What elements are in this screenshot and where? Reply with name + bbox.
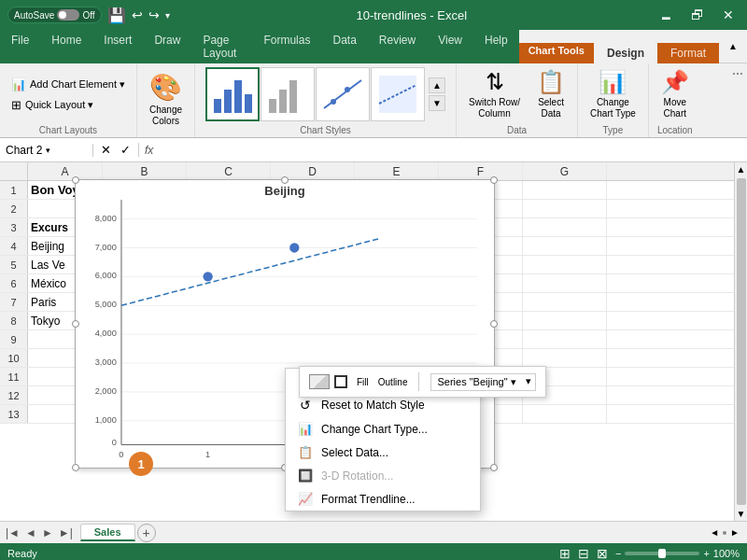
- zoom-slider-thumb[interactable]: [658, 549, 666, 558]
- customize-qat-btn[interactable]: ▾: [165, 10, 170, 21]
- minimize-btn[interactable]: 🗕: [654, 7, 678, 22]
- switch-row-col-btn[interactable]: ⇅ Switch Row/Column: [464, 66, 525, 122]
- formula-input[interactable]: [159, 144, 747, 157]
- cell-g4[interactable]: [523, 237, 607, 255]
- scroll-left-btn[interactable]: ◄: [710, 527, 719, 538]
- chart-style-2[interactable]: [261, 67, 315, 121]
- row-num-8: 8: [0, 312, 28, 329]
- autosave-toggle[interactable]: AutoSave Off: [7, 7, 102, 23]
- save-icon[interactable]: 💾: [107, 7, 126, 24]
- sheet-nav-prev[interactable]: ◄: [23, 526, 38, 539]
- resize-handle-tr[interactable]: [490, 176, 498, 184]
- restore-btn[interactable]: 🗗: [685, 7, 710, 22]
- add-chart-element-btn[interactable]: 📊 Add Chart Element ▾: [7, 76, 129, 93]
- col-header-a[interactable]: A: [28, 162, 103, 180]
- tab-data[interactable]: Data: [321, 30, 367, 63]
- col-header-b[interactable]: B: [103, 162, 187, 180]
- page-layout-view-btn[interactable]: ⊟: [578, 546, 589, 560]
- cell-g1[interactable]: [523, 181, 607, 199]
- resize-handle-br[interactable]: [490, 464, 498, 471]
- ribbon-group-change-colors: 🎨 ChangeColors: [137, 63, 195, 137]
- tab-file[interactable]: File: [0, 30, 40, 63]
- cell-g6[interactable]: [523, 274, 607, 292]
- styles-scroll-down[interactable]: ▼: [429, 95, 445, 111]
- scroll-down-btn[interactable]: ▼: [735, 507, 747, 521]
- change-chart-type-label: ChangeChart Type: [590, 97, 636, 119]
- col-header-g[interactable]: G: [523, 162, 607, 180]
- trendline[interactable]: [121, 238, 381, 305]
- tab-draw[interactable]: Draw: [143, 30, 191, 63]
- change-colors-btn[interactable]: 🎨 ChangeColors: [145, 69, 187, 130]
- tab-review[interactable]: Review: [368, 30, 427, 63]
- cell-g5[interactable]: [523, 256, 607, 273]
- cell-g2[interactable]: [523, 200, 607, 217]
- ribbon-options-btn[interactable]: ⋯: [732, 67, 743, 80]
- col-header-c[interactable]: C: [187, 162, 271, 180]
- cell-g13[interactable]: [523, 405, 607, 423]
- data-point-1[interactable]: [203, 272, 212, 281]
- change-chart-type-btn[interactable]: 📊 ChangeChart Type: [585, 66, 641, 122]
- ribbon-collapse-btn[interactable]: ▲: [728, 41, 738, 51]
- close-btn[interactable]: ✕: [717, 7, 740, 22]
- fill-btn[interactable]: Fill: [357, 377, 369, 387]
- chart-style-3[interactable]: [316, 67, 370, 121]
- formula-bar: Chart 2 ▾ ✕ ✓ fx: [0, 138, 747, 162]
- context-menu-select-data[interactable]: 📋 Select Data...: [286, 441, 480, 464]
- tab-format[interactable]: Format: [657, 43, 719, 63]
- tab-insert[interactable]: Insert: [92, 30, 143, 63]
- chart-style-4[interactable]: [371, 67, 425, 121]
- page-break-view-btn[interactable]: ⊠: [597, 546, 608, 560]
- name-box-dropdown[interactable]: ▾: [46, 146, 50, 155]
- resize-handle-tc[interactable]: [281, 176, 289, 184]
- formula-cancel-btn[interactable]: ✕: [97, 143, 115, 157]
- zoom-in-btn[interactable]: +: [703, 548, 709, 559]
- chart-layouts-label: Chart Layouts: [39, 125, 97, 135]
- scroll-right-btn[interactable]: ►: [730, 527, 740, 538]
- context-menu-format-trendline[interactable]: 📈 Format Trendline...: [286, 487, 480, 511]
- cell-g7[interactable]: [523, 293, 607, 311]
- normal-view-btn[interactable]: ⊞: [559, 546, 571, 560]
- cell-g3[interactable]: [523, 218, 607, 236]
- scroll-up-btn[interactable]: ▲: [735, 162, 747, 176]
- redo-btn[interactable]: ↪: [148, 7, 160, 22]
- zoom-out-btn[interactable]: −: [615, 548, 621, 559]
- svg-text:7,000: 7,000: [95, 243, 117, 252]
- context-menu-change-chart-type[interactable]: 📊 Change Chart Type...: [286, 417, 480, 441]
- tab-view[interactable]: View: [427, 30, 473, 63]
- select-data-btn[interactable]: 📋 SelectData: [532, 66, 570, 122]
- tab-help[interactable]: Help: [473, 30, 519, 63]
- sheet-nav-first[interactable]: |◄: [4, 526, 21, 539]
- tab-design[interactable]: Design: [594, 43, 657, 63]
- tab-home[interactable]: Home: [40, 30, 92, 63]
- col-header-f[interactable]: F: [439, 162, 523, 180]
- ribbon-group-content-location: 📌 MoveChart: [656, 65, 694, 123]
- resize-handle-bl[interactable]: [72, 464, 79, 471]
- chart-style-1[interactable]: [205, 67, 260, 121]
- row-num-2: 2: [0, 200, 28, 217]
- zoom-slider[interactable]: [625, 552, 699, 555]
- undo-btn[interactable]: ↩: [132, 7, 143, 22]
- tab-page-layout[interactable]: Page Layout: [191, 30, 252, 63]
- quick-layout-btn[interactable]: ⊞ Quick Layout ▾: [7, 96, 129, 114]
- sheet-add-btn[interactable]: +: [137, 524, 156, 542]
- data-point-2[interactable]: [289, 243, 299, 252]
- series-dropdown[interactable]: Series "Beijing" ▾: [430, 373, 535, 391]
- move-chart-btn[interactable]: 📌 MoveChart: [656, 66, 694, 122]
- sheet-tab-sales[interactable]: Sales: [80, 524, 135, 541]
- col-header-e[interactable]: E: [355, 162, 439, 180]
- cell-g10[interactable]: [523, 349, 607, 367]
- cell-g8[interactable]: [523, 312, 607, 329]
- formula-confirm-btn[interactable]: ✓: [117, 143, 134, 157]
- cell-g9[interactable]: [523, 330, 607, 348]
- resize-handle-tl[interactable]: [72, 176, 79, 184]
- sheet-nav-next[interactable]: ►: [40, 526, 55, 539]
- outline-btn[interactable]: Outline: [378, 377, 408, 387]
- scroll-thumb[interactable]: [737, 178, 746, 505]
- vertical-scrollbar[interactable]: ▲ ▼: [734, 162, 747, 521]
- autosave-toggle-off[interactable]: [57, 9, 79, 21]
- name-box[interactable]: Chart 2 ▾: [0, 144, 93, 157]
- sheet-nav-last[interactable]: ►|: [57, 526, 75, 539]
- styles-scroll-up[interactable]: ▲: [429, 77, 445, 93]
- row-num-3: 3: [0, 218, 28, 236]
- tab-formulas[interactable]: Formulas: [252, 30, 321, 63]
